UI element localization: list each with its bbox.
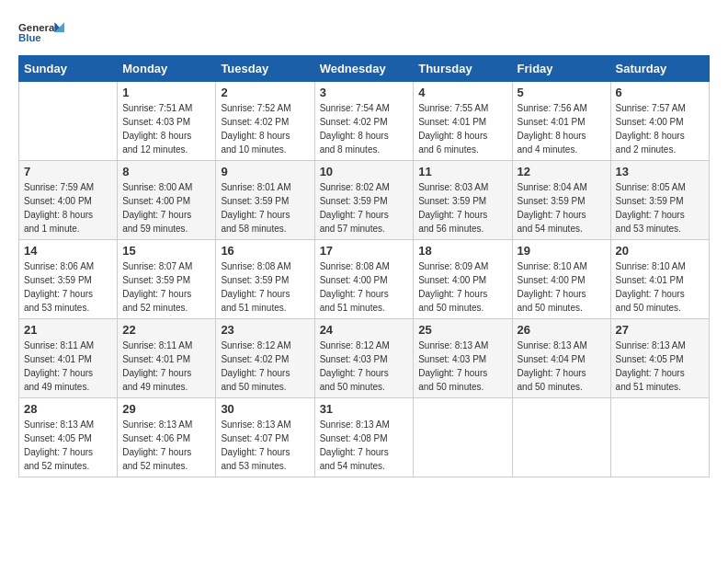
- day-number: 31: [320, 402, 409, 416]
- day-number: 9: [221, 165, 309, 178]
- day-number: 13: [616, 165, 704, 178]
- calendar-cell: [610, 398, 709, 477]
- logo: General Blue: [18, 18, 64, 46]
- day-number: 16: [221, 244, 309, 258]
- calendar-cell: 21Sunrise: 8:11 AM Sunset: 4:01 PM Dayli…: [19, 319, 118, 398]
- calendar-cell: 14Sunrise: 8:06 AM Sunset: 3:59 PM Dayli…: [19, 240, 118, 319]
- calendar-week-4: 21Sunrise: 8:11 AM Sunset: 4:01 PM Dayli…: [19, 319, 710, 398]
- calendar-dow-wednesday: Wednesday: [314, 56, 414, 82]
- day-number: 30: [221, 402, 309, 416]
- day-info: Sunrise: 8:04 AM Sunset: 3:59 PM Dayligh…: [518, 180, 606, 236]
- calendar-dow-thursday: Thursday: [414, 56, 512, 82]
- calendar-cell: 16Sunrise: 8:08 AM Sunset: 3:59 PM Dayli…: [216, 240, 314, 319]
- calendar-dow-saturday: Saturday: [610, 56, 709, 82]
- calendar-cell: 29Sunrise: 8:13 AM Sunset: 4:06 PM Dayli…: [118, 398, 216, 477]
- day-number: 18: [418, 244, 506, 258]
- day-info: Sunrise: 8:11 AM Sunset: 4:01 PM Dayligh…: [24, 339, 112, 394]
- calendar-cell: 17Sunrise: 8:08 AM Sunset: 4:00 PM Dayli…: [314, 240, 414, 319]
- day-info: Sunrise: 8:10 AM Sunset: 4:00 PM Dayligh…: [518, 259, 606, 315]
- calendar-cell: 15Sunrise: 8:07 AM Sunset: 3:59 PM Dayli…: [118, 240, 216, 319]
- day-number: 1: [122, 86, 210, 99]
- day-info: Sunrise: 8:12 AM Sunset: 4:02 PM Dayligh…: [221, 339, 309, 394]
- calendar-cell: 24Sunrise: 8:12 AM Sunset: 4:03 PM Dayli…: [314, 319, 414, 398]
- day-number: 29: [122, 402, 210, 416]
- calendar-cell: 10Sunrise: 8:02 AM Sunset: 3:59 PM Dayli…: [314, 161, 414, 240]
- day-number: 22: [122, 323, 210, 337]
- day-info: Sunrise: 8:09 AM Sunset: 4:00 PM Dayligh…: [418, 259, 506, 315]
- day-number: 2: [221, 86, 309, 99]
- calendar-dow-sunday: Sunday: [19, 56, 118, 82]
- calendar-cell: 5Sunrise: 7:56 AM Sunset: 4:01 PM Daylig…: [512, 82, 610, 161]
- day-number: 6: [616, 86, 704, 99]
- calendar-cell: 23Sunrise: 8:12 AM Sunset: 4:02 PM Dayli…: [216, 319, 314, 398]
- calendar-cell: 1Sunrise: 7:51 AM Sunset: 4:03 PM Daylig…: [118, 82, 216, 161]
- day-number: 25: [418, 323, 506, 337]
- day-info: Sunrise: 8:01 AM Sunset: 3:59 PM Dayligh…: [221, 180, 309, 236]
- calendar-cell: 28Sunrise: 8:13 AM Sunset: 4:05 PM Dayli…: [19, 398, 118, 477]
- day-info: Sunrise: 8:13 AM Sunset: 4:07 PM Dayligh…: [221, 418, 309, 473]
- day-number: 14: [24, 244, 112, 258]
- day-info: Sunrise: 8:13 AM Sunset: 4:08 PM Dayligh…: [320, 418, 409, 473]
- day-number: 28: [24, 402, 112, 416]
- day-number: 20: [616, 244, 704, 258]
- day-number: 15: [122, 244, 210, 258]
- day-info: Sunrise: 8:11 AM Sunset: 4:01 PM Dayligh…: [122, 339, 210, 394]
- calendar-header-row: SundayMondayTuesdayWednesdayThursdayFrid…: [19, 56, 710, 82]
- day-info: Sunrise: 8:05 AM Sunset: 3:59 PM Dayligh…: [616, 180, 704, 236]
- day-info: Sunrise: 8:12 AM Sunset: 4:03 PM Dayligh…: [320, 339, 409, 394]
- calendar-cell: 20Sunrise: 8:10 AM Sunset: 4:01 PM Dayli…: [610, 240, 709, 319]
- calendar-table: SundayMondayTuesdayWednesdayThursdayFrid…: [18, 55, 710, 477]
- logo-svg: General Blue: [18, 18, 64, 46]
- calendar-cell: 12Sunrise: 8:04 AM Sunset: 3:59 PM Dayli…: [512, 161, 610, 240]
- calendar-cell: 27Sunrise: 8:13 AM Sunset: 4:05 PM Dayli…: [610, 319, 709, 398]
- day-info: Sunrise: 8:06 AM Sunset: 3:59 PM Dayligh…: [24, 259, 112, 315]
- day-number: 3: [320, 86, 409, 99]
- day-number: 8: [122, 165, 210, 178]
- calendar-cell: 13Sunrise: 8:05 AM Sunset: 3:59 PM Dayli…: [610, 161, 709, 240]
- calendar-cell: 22Sunrise: 8:11 AM Sunset: 4:01 PM Dayli…: [118, 319, 216, 398]
- day-info: Sunrise: 7:51 AM Sunset: 4:03 PM Dayligh…: [122, 101, 210, 156]
- day-number: 27: [616, 323, 704, 337]
- day-number: 10: [320, 165, 409, 178]
- day-number: 4: [418, 86, 506, 99]
- day-info: Sunrise: 8:13 AM Sunset: 4:06 PM Dayligh…: [122, 418, 210, 473]
- day-info: Sunrise: 8:13 AM Sunset: 4:05 PM Dayligh…: [616, 339, 704, 394]
- day-number: 17: [320, 244, 409, 258]
- day-info: Sunrise: 8:07 AM Sunset: 3:59 PM Dayligh…: [122, 259, 210, 315]
- day-info: Sunrise: 7:52 AM Sunset: 4:02 PM Dayligh…: [221, 101, 309, 156]
- day-info: Sunrise: 7:59 AM Sunset: 4:00 PM Dayligh…: [24, 180, 112, 236]
- day-info: Sunrise: 8:02 AM Sunset: 3:59 PM Dayligh…: [320, 180, 409, 236]
- calendar-dow-tuesday: Tuesday: [216, 56, 314, 82]
- day-number: 12: [518, 165, 606, 178]
- day-info: Sunrise: 8:00 AM Sunset: 4:00 PM Dayligh…: [122, 180, 210, 236]
- day-number: 23: [221, 323, 309, 337]
- day-info: Sunrise: 8:13 AM Sunset: 4:05 PM Dayligh…: [24, 418, 112, 473]
- day-number: 7: [24, 165, 112, 178]
- calendar-cell: 26Sunrise: 8:13 AM Sunset: 4:04 PM Dayli…: [512, 319, 610, 398]
- calendar-week-1: 1Sunrise: 7:51 AM Sunset: 4:03 PM Daylig…: [19, 82, 710, 161]
- day-info: Sunrise: 8:13 AM Sunset: 4:03 PM Dayligh…: [418, 339, 506, 394]
- calendar-cell: 25Sunrise: 8:13 AM Sunset: 4:03 PM Dayli…: [414, 319, 512, 398]
- day-number: 11: [418, 165, 506, 178]
- calendar-cell: 11Sunrise: 8:03 AM Sunset: 3:59 PM Dayli…: [414, 161, 512, 240]
- day-info: Sunrise: 7:56 AM Sunset: 4:01 PM Dayligh…: [518, 101, 606, 156]
- day-number: 21: [24, 323, 112, 337]
- calendar-dow-friday: Friday: [512, 56, 610, 82]
- day-info: Sunrise: 8:08 AM Sunset: 4:00 PM Dayligh…: [320, 259, 409, 315]
- calendar-week-2: 7Sunrise: 7:59 AM Sunset: 4:00 PM Daylig…: [19, 161, 710, 240]
- day-info: Sunrise: 7:57 AM Sunset: 4:00 PM Dayligh…: [616, 101, 704, 156]
- day-info: Sunrise: 7:54 AM Sunset: 4:02 PM Dayligh…: [320, 101, 409, 156]
- calendar-cell: [19, 82, 118, 161]
- calendar-cell: 9Sunrise: 8:01 AM Sunset: 3:59 PM Daylig…: [216, 161, 314, 240]
- calendar-cell: 31Sunrise: 8:13 AM Sunset: 4:08 PM Dayli…: [314, 398, 414, 477]
- calendar-cell: 30Sunrise: 8:13 AM Sunset: 4:07 PM Dayli…: [216, 398, 314, 477]
- day-number: 24: [320, 323, 409, 337]
- calendar-cell: [414, 398, 512, 477]
- day-number: 19: [518, 244, 606, 258]
- calendar-cell: [512, 398, 610, 477]
- svg-text:General: General: [18, 22, 57, 33]
- calendar-cell: 4Sunrise: 7:55 AM Sunset: 4:01 PM Daylig…: [414, 82, 512, 161]
- day-info: Sunrise: 7:55 AM Sunset: 4:01 PM Dayligh…: [418, 101, 506, 156]
- calendar-cell: 7Sunrise: 7:59 AM Sunset: 4:00 PM Daylig…: [19, 161, 118, 240]
- svg-text:Blue: Blue: [18, 32, 41, 43]
